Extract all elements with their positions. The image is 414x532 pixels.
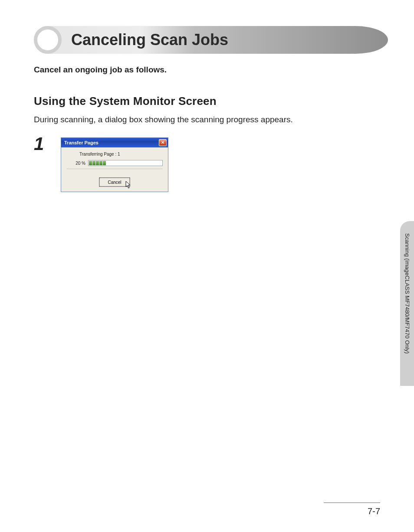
progress-percent: 20 % — [74, 161, 85, 166]
title-bullet-circle — [34, 26, 62, 54]
side-tab-text: Scanning (imageCLASS MF7480/MF7470 Only) — [400, 233, 414, 381]
section-body-text: During scanning, a dialog box showing th… — [34, 115, 388, 124]
transfer-pages-dialog: Transfer Pages ✕ Transferring Page : 1 2… — [61, 137, 168, 192]
page-number: 7-7 — [324, 506, 380, 516]
dialog-body: Transferring Page : 1 20 % — [61, 147, 168, 178]
progress-bar — [88, 160, 163, 166]
cancel-button-label: Cancel — [108, 180, 121, 185]
progress-segment — [96, 161, 99, 165]
cursor-icon — [125, 181, 132, 189]
step-row: 1 Transfer Pages ✕ Transferring Page : 1… — [34, 137, 388, 192]
progress-segment — [103, 161, 106, 165]
progress-segment — [99, 161, 102, 165]
page-title: Canceling Scan Jobs — [71, 26, 228, 54]
document-page: Canceling Scan Jobs Cancel an ongoing jo… — [0, 0, 414, 532]
progress-bar-fill — [89, 161, 106, 165]
dialog-separator — [66, 169, 163, 169]
transferring-page-label: Transferring Page : 1 — [66, 152, 163, 157]
intro-text: Cancel an ongoing job as follows. — [34, 65, 388, 75]
step-number: 1 — [34, 135, 49, 153]
page-footer: 7-7 — [324, 503, 380, 516]
dialog-titlebar: Transfer Pages ✕ — [61, 138, 168, 147]
cancel-button[interactable]: Cancel — [99, 178, 130, 186]
progress-segment — [89, 161, 92, 165]
footer-rule — [324, 503, 380, 503]
side-tab: Scanning (imageCLASS MF7480/MF7470 Only) — [394, 221, 414, 386]
close-icon[interactable]: ✕ — [159, 139, 167, 146]
dialog-footer: Cancel — [61, 178, 168, 192]
progress-segment — [92, 161, 95, 165]
dialog-title: Transfer Pages — [64, 140, 99, 145]
progress-row: 20 % — [66, 160, 163, 166]
section-heading: Using the System Monitor Screen — [34, 95, 388, 108]
page-title-bar: Canceling Scan Jobs — [34, 26, 388, 54]
